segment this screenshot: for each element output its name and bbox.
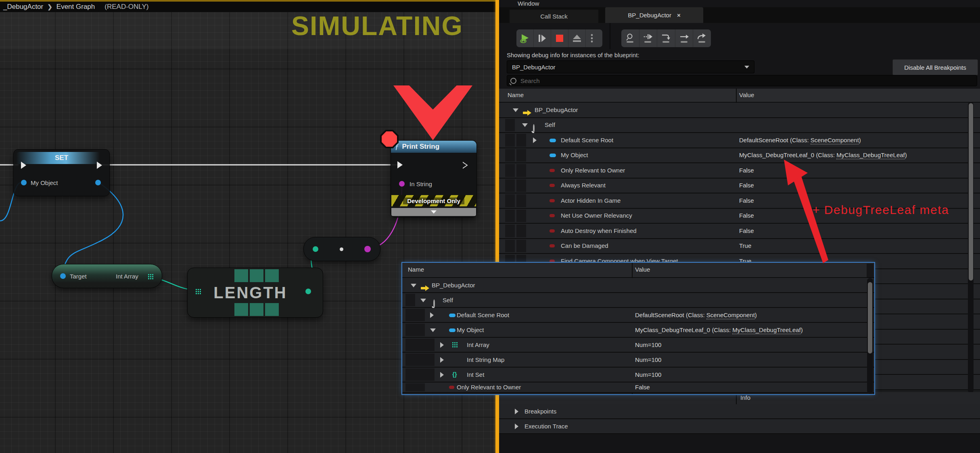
print-string-node[interactable]: ƒ Print String In String Development Onl… [391, 140, 477, 218]
expand-icon[interactable] [533, 137, 537, 143]
collapse-icon[interactable] [430, 328, 436, 332]
blueprint-instance-dropdown[interactable]: BP_DebugActor [507, 60, 754, 73]
expand-icon[interactable] [515, 409, 518, 414]
name-column-header[interactable]: Name [508, 91, 524, 98]
int-array-label: Int Array [116, 273, 138, 280]
target-pin[interactable] [60, 273, 66, 279]
row-name: BP_DebugActor [432, 282, 475, 289]
simulate-button[interactable] [516, 29, 534, 47]
table-row[interactable]: {}Int SetNum=100 [402, 368, 874, 382]
row-name: Execution Trace [524, 423, 568, 430]
step-into-button[interactable] [639, 29, 658, 47]
table-row[interactable]: Can be DamagedTrue [499, 239, 980, 254]
breakpoint-icon[interactable] [380, 130, 399, 148]
class-link[interactable]: SceneComponent [811, 137, 859, 144]
table-row[interactable]: Self [402, 293, 874, 308]
row-value: False [739, 182, 754, 189]
eject-button[interactable] [568, 29, 586, 47]
disable-all-breakpoints-button[interactable]: Disable All Breakpoints [892, 59, 978, 75]
toolbar-separator [610, 23, 610, 49]
exec-in-pin[interactable] [397, 161, 403, 168]
tab-bp-debugactor[interactable]: BP_DebugActor × [605, 7, 703, 23]
scrollbar-track[interactable] [968, 102, 974, 393]
table-row[interactable]: Default Scene RootDefaultSceneRoot (Clas… [499, 133, 980, 148]
to-string-conversion-node[interactable] [303, 237, 380, 261]
table-row[interactable]: Execution Trace [499, 419, 980, 434]
expand-icon[interactable] [440, 342, 444, 348]
collapse-icon[interactable] [420, 299, 426, 302]
exec-in-pin[interactable] [21, 162, 26, 169]
more-options-button[interactable] [586, 29, 598, 47]
class-link[interactable]: SceneComponent [706, 312, 755, 319]
table-row[interactable]: My ObjectMyClass_DebugTreeLeaf_0 (Class:… [402, 323, 874, 338]
collapse-icon[interactable] [522, 123, 528, 127]
table-row[interactable]: Self [499, 118, 980, 133]
breadcrumb-page[interactable]: Event Graph [56, 3, 95, 11]
annotation-text: + DebugTreeLeaf meta [813, 203, 949, 217]
table-row[interactable]: Breakpoints [499, 404, 980, 419]
table-row[interactable]: BP_DebugActor [402, 278, 874, 293]
expand-icon[interactable] [430, 312, 434, 318]
exec-out-pin[interactable] [463, 162, 468, 169]
indent-guide [505, 224, 515, 237]
array-pin-icon[interactable] [148, 274, 149, 275]
value-column-header[interactable]: Value [739, 91, 754, 98]
node-expand-button[interactable] [391, 208, 476, 216]
table-row[interactable]: Auto Destroy when FinishedFalse [499, 224, 980, 239]
expand-icon[interactable] [440, 372, 444, 378]
table-row[interactable]: Only Relevant to OwnerFalse [402, 382, 874, 393]
in-string-pin[interactable] [399, 181, 405, 187]
scrollbar-thumb[interactable] [969, 103, 973, 281]
table-row[interactable]: Always RelevantFalse [499, 179, 980, 194]
set-node[interactable]: SET My Object [13, 149, 110, 196]
table-row[interactable]: Int ArrayNum=100 [402, 338, 874, 353]
chevron-down-icon [744, 66, 749, 69]
close-icon[interactable]: × [677, 12, 681, 19]
indent-guide [516, 224, 526, 237]
class-link[interactable]: MyClass_DebugTreeLeaf [732, 326, 801, 334]
step-out-button[interactable] [693, 29, 711, 47]
find-node-button[interactable] [621, 29, 639, 47]
collapse-icon[interactable] [513, 108, 518, 112]
row-name: Can be Damaged [561, 242, 608, 249]
object-out-pin[interactable] [95, 180, 101, 185]
object-in-pin[interactable] [21, 180, 27, 185]
bool-pin-icon [550, 229, 555, 233]
int-out-pin[interactable] [305, 289, 311, 294]
showing-debug-info-label: Showing debug info for instances of the … [507, 52, 639, 58]
window-menu[interactable]: Window [518, 0, 539, 7]
table-row[interactable]: Int String MapNum=100 [402, 353, 874, 368]
indent-guide [505, 179, 515, 192]
search-input[interactable] [520, 77, 974, 85]
popup-scrollbar-track[interactable] [867, 278, 873, 393]
table-row[interactable]: Only Relevant to OwnerFalse [499, 163, 980, 179]
breadcrumb-root[interactable]: _DebugActor [3, 3, 43, 11]
expand-icon[interactable] [515, 424, 518, 429]
expand-icon[interactable] [440, 357, 444, 363]
stop-button[interactable] [551, 29, 568, 47]
exec-out-pin[interactable] [97, 162, 102, 169]
string-out-pin[interactable] [364, 246, 371, 252]
object-pin-icon [550, 154, 556, 157]
search-box[interactable] [507, 75, 977, 86]
collapse-icon[interactable] [411, 284, 416, 287]
table-row[interactable]: My ObjectMyClass_DebugTreeLeaf_0 (Class:… [499, 148, 980, 164]
frame-skip-button[interactable] [534, 29, 551, 47]
indent-guide [516, 240, 526, 253]
popup-scrollbar-thumb[interactable] [868, 282, 872, 353]
tab-call-stack[interactable]: Call Stack [510, 10, 598, 23]
array-in-pin[interactable] [196, 289, 197, 290]
step-button[interactable] [675, 29, 694, 47]
indent-guide [505, 194, 515, 207]
get-int-array-node[interactable]: Target Int Array [52, 264, 162, 288]
bool-pin-icon [449, 386, 454, 389]
int-in-pin[interactable] [313, 246, 318, 252]
table-row[interactable]: Default Scene RootDefaultSceneRoot (Clas… [402, 308, 874, 323]
table-row[interactable]: BP_DebugActor [499, 103, 980, 118]
row-value: Num=100 [635, 341, 661, 348]
step-over-button[interactable] [657, 29, 675, 47]
row-name: Auto Destroy when Finished [561, 227, 637, 234]
length-node[interactable]: LENGTH [187, 268, 323, 318]
self-pin-icon [533, 124, 535, 133]
class-link[interactable]: MyClass_DebugTreeLeaf [836, 152, 905, 159]
